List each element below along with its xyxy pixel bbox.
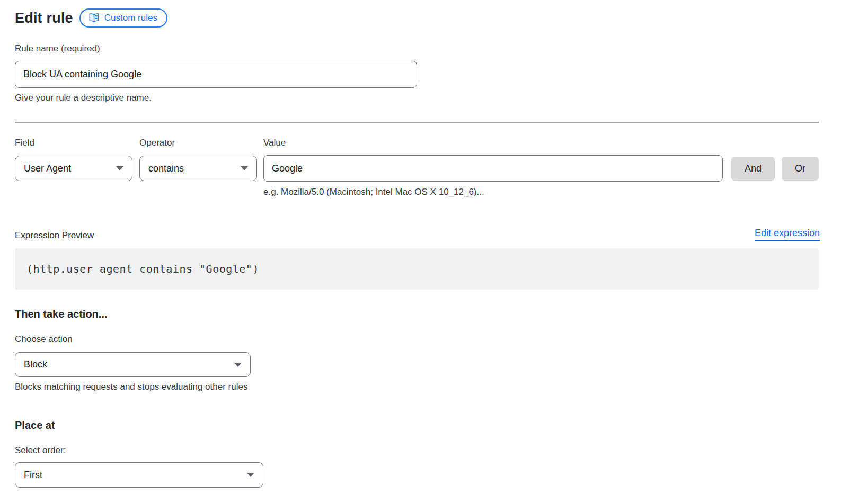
rule-name-help-text: Give your rule a descriptive name. (15, 93, 820, 103)
and-button[interactable]: And (731, 157, 775, 181)
rule-name-section: Rule name (required) Give your rule a de… (15, 43, 820, 103)
rule-name-label: Rule name (required) (15, 43, 820, 54)
edit-expression-link[interactable]: Edit expression (755, 228, 820, 241)
open-book-icon (88, 13, 100, 23)
expression-preview-header: Expression Preview Edit expression (15, 228, 820, 241)
order-select-value: First (24, 470, 42, 481)
field-select-value: User Agent (24, 163, 71, 174)
operator-select-value: contains (148, 163, 184, 174)
choose-action-label: Choose action (15, 334, 820, 345)
section-divider (15, 122, 819, 123)
action-help-text: Blocks matching requests and stops evalu… (15, 382, 820, 392)
chevron-down-icon (116, 166, 123, 170)
expression-preview-label: Expression Preview (15, 230, 94, 241)
condition-row: User Agent contains And Or (15, 155, 820, 182)
chevron-down-icon (241, 166, 248, 170)
action-select-value: Block (24, 359, 47, 370)
order-select[interactable]: First (15, 462, 263, 488)
chevron-down-icon (247, 473, 254, 477)
page-title: Edit rule (15, 10, 73, 26)
custom-rules-label: Custom rules (104, 13, 157, 22)
edit-rule-page: Edit rule Custom rules Rule name (requir… (0, 0, 835, 488)
action-select[interactable]: Block (15, 352, 251, 377)
rule-name-input[interactable] (15, 61, 417, 88)
or-button[interactable]: Or (782, 157, 819, 181)
expression-code: (http.user_agent contains "Google") (26, 263, 259, 275)
operator-label: Operator (139, 138, 263, 148)
select-order-label: Select order: (15, 445, 820, 456)
place-at-heading: Place at (15, 419, 820, 431)
field-select[interactable]: User Agent (15, 156, 132, 181)
condition-builder: Field Operator Value User Agent contains… (15, 138, 820, 197)
expression-preview-section: Expression Preview Edit expression (http… (15, 228, 820, 290)
operator-select[interactable]: contains (139, 156, 257, 181)
value-help-text: e.g. Mozilla/5.0 (Macintosh; Intel Mac O… (263, 187, 820, 197)
action-section: Then take action... Choose action Block … (15, 308, 820, 392)
value-label: Value (263, 138, 286, 148)
custom-rules-docs-button[interactable]: Custom rules (79, 8, 167, 28)
expression-code-box: (http.user_agent contains "Google") (15, 248, 819, 290)
page-header: Edit rule Custom rules (15, 8, 820, 28)
action-heading: Then take action... (15, 308, 820, 320)
value-input[interactable] (263, 155, 723, 182)
condition-labels: Field Operator Value (15, 138, 820, 155)
field-label: Field (15, 138, 139, 148)
placement-section: Place at Select order: First (15, 419, 820, 488)
chevron-down-icon (234, 363, 242, 367)
